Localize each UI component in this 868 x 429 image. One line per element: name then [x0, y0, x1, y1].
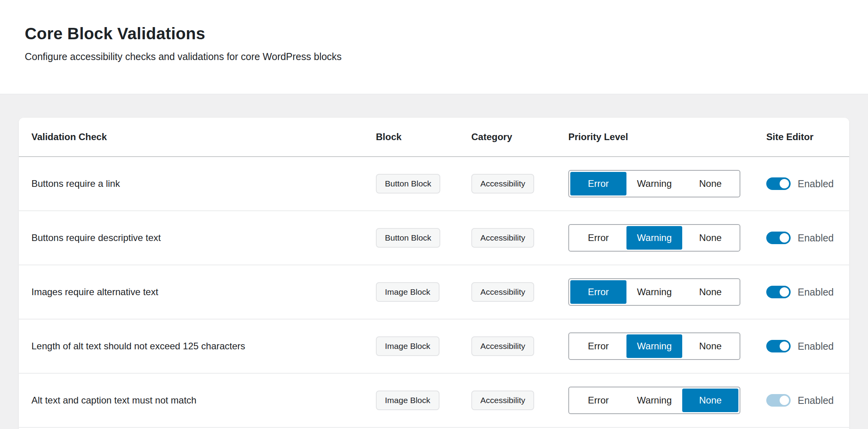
priority-option-warning[interactable]: Warning: [626, 226, 683, 250]
column-header-validation-check: Validation Check: [31, 131, 376, 142]
priority-option-warning[interactable]: Warning: [626, 280, 683, 304]
priority-option-error[interactable]: Error: [570, 334, 626, 358]
column-header-block: Block: [376, 131, 471, 142]
site-editor-toggle[interactable]: [766, 286, 791, 298]
toggle-knob: [780, 179, 789, 188]
category-badge: Accessibility: [471, 228, 534, 248]
category-badge: Accessibility: [471, 391, 534, 410]
toggle-label: Enabled: [798, 287, 834, 298]
priority-segmented-control: ErrorWarningNone: [568, 170, 740, 197]
table-row: Buttons require descriptive textButton B…: [19, 211, 849, 265]
priority-option-none[interactable]: None: [682, 389, 738, 412]
toggle-label: Enabled: [798, 341, 834, 352]
priority-option-warning[interactable]: Warning: [626, 389, 683, 412]
validation-check-name: Buttons require a link: [31, 178, 120, 189]
priority-option-none[interactable]: None: [682, 172, 738, 195]
priority-option-warning[interactable]: Warning: [626, 334, 683, 358]
validation-check-name: Images require alternative text: [31, 287, 158, 297]
table-body: Buttons require a linkButton BlockAccess…: [19, 157, 849, 428]
priority-option-error[interactable]: Error: [570, 389, 626, 412]
page-header: Core Block Validations Configure accessi…: [0, 0, 868, 94]
toggle-label: Enabled: [798, 232, 834, 244]
priority-segmented-control: ErrorWarningNone: [568, 278, 740, 306]
site-editor-toggle[interactable]: [766, 232, 791, 244]
priority-option-none[interactable]: None: [682, 226, 738, 250]
block-badge: Image Block: [376, 391, 439, 410]
toggle-knob: [780, 396, 789, 405]
table-row: Images require alternative textImage Blo…: [19, 265, 849, 319]
block-badge: Image Block: [376, 282, 439, 302]
block-badge: Image Block: [376, 336, 439, 356]
table-row: Buttons require a linkButton BlockAccess…: [19, 157, 849, 211]
validation-check-name: Buttons require descriptive text: [31, 232, 161, 243]
toggle-knob: [780, 287, 789, 297]
priority-segmented-control: ErrorWarningNone: [568, 387, 740, 414]
validations-card: Validation Check Block Category Priority…: [19, 118, 849, 429]
priority-option-none[interactable]: None: [682, 334, 738, 358]
column-header-category: Category: [471, 131, 568, 142]
site-editor-toggle[interactable]: [766, 177, 791, 190]
toggle-label: Enabled: [798, 178, 834, 190]
priority-segmented-control: ErrorWarningNone: [568, 332, 740, 360]
page-subtitle: Configure accessibility checks and valid…: [25, 51, 843, 62]
block-badge: Button Block: [376, 228, 440, 248]
table-header-row: Validation Check Block Category Priority…: [19, 118, 849, 157]
table-row: Length of alt text should not exceed 125…: [19, 319, 849, 374]
category-badge: Accessibility: [471, 174, 534, 194]
column-header-site-editor: Site Editor: [766, 131, 840, 142]
priority-option-error[interactable]: Error: [570, 280, 626, 304]
page-title: Core Block Validations: [25, 24, 843, 43]
table-row: Alt text and caption text must not match…: [19, 374, 849, 428]
priority-segmented-control: ErrorWarningNone: [568, 224, 740, 252]
column-header-priority-level: Priority Level: [568, 131, 766, 142]
validation-check-name: Length of alt text should not exceed 125…: [31, 341, 245, 351]
toggle-knob: [780, 341, 789, 351]
toggle-label: Enabled: [798, 395, 834, 406]
category-badge: Accessibility: [471, 336, 534, 356]
category-badge: Accessibility: [471, 282, 534, 302]
site-editor-toggle[interactable]: [766, 340, 791, 352]
priority-option-none[interactable]: None: [682, 280, 738, 304]
toggle-knob: [780, 233, 789, 243]
site-editor-toggle[interactable]: [766, 394, 791, 407]
validation-check-name: Alt text and caption text must not match: [31, 395, 196, 405]
priority-option-warning[interactable]: Warning: [626, 172, 683, 195]
priority-option-error[interactable]: Error: [570, 172, 626, 195]
block-badge: Button Block: [376, 174, 440, 194]
priority-option-error[interactable]: Error: [570, 226, 626, 250]
